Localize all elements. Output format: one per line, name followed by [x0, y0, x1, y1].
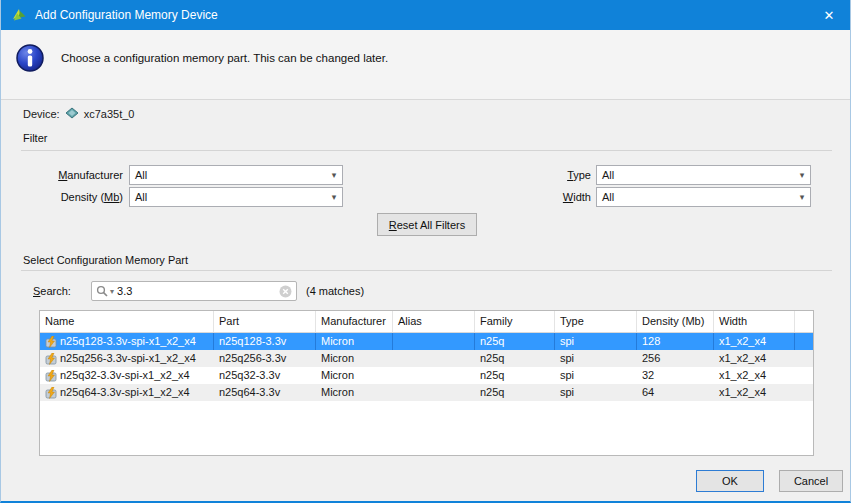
column-header-type[interactable]: Type [555, 311, 637, 332]
match-count: (4 matches) [306, 281, 406, 301]
table-header-row: Name Part Manufacturer Alias Family Type… [40, 311, 813, 333]
density-value: All [130, 188, 326, 206]
banner-message: Choose a configuration memory part. This… [61, 52, 388, 64]
device-label: Device: [23, 108, 60, 120]
memory-part-icon [45, 336, 57, 348]
column-header-part[interactable]: Part [214, 311, 316, 332]
column-header-width[interactable]: Width [714, 311, 795, 332]
manufacturer-select[interactable]: All ▾ [129, 165, 343, 185]
search-input[interactable] [117, 283, 279, 299]
type-select[interactable]: All ▾ [596, 165, 811, 185]
chevron-down-icon: ▾ [326, 192, 342, 202]
width-value: All [597, 188, 794, 206]
add-configuration-memory-device-dialog: Add Configuration Memory Device ✕ Choose… [0, 0, 851, 503]
table-row[interactable]: n25q128-3.3v-spi-x1_x2_x4 n25q128-3.3v M… [40, 333, 813, 350]
ok-button[interactable]: OK [696, 470, 764, 492]
memory-parts-table: Name Part Manufacturer Alias Family Type… [39, 310, 814, 456]
column-header-manufacturer[interactable]: Manufacturer [316, 311, 393, 332]
reset-all-filters-button[interactable]: Reset All Filters [377, 213, 477, 236]
width-select[interactable]: All ▾ [596, 187, 811, 207]
select-part-section-label: Select Configuration Memory Part [23, 254, 188, 266]
window-title: Add Configuration Memory Device [35, 8, 218, 22]
info-icon [15, 43, 45, 73]
vivado-logo-icon [11, 7, 27, 23]
memory-part-icon [45, 353, 57, 365]
manufacturer-value: All [130, 166, 326, 184]
search-label: Search: [33, 281, 83, 301]
table-row[interactable]: n25q32-3.3v-spi-x1_x2_x4 n25q32-3.3v Mic… [40, 367, 813, 384]
chevron-down-icon: ▾ [326, 170, 342, 180]
clear-search-icon[interactable] [279, 285, 292, 298]
width-label: Width [481, 187, 591, 207]
column-header-alias[interactable]: Alias [393, 311, 475, 332]
density-label: Density (Mb) [1, 187, 123, 207]
search-options-arrow-icon[interactable]: ▾ [110, 287, 114, 296]
filter-section-label: Filter [23, 132, 47, 144]
info-banner: Choose a configuration memory part. This… [1, 30, 850, 100]
density-select[interactable]: All ▾ [129, 187, 343, 207]
device-row: Device: xc7a35t_0 [23, 107, 134, 120]
device-value: xc7a35t_0 [84, 108, 135, 120]
filter-separator [21, 150, 832, 151]
chevron-down-icon: ▾ [794, 192, 810, 202]
titlebar[interactable]: Add Configuration Memory Device ✕ [1, 0, 850, 30]
search-icon[interactable] [92, 285, 110, 297]
close-button[interactable]: ✕ [808, 0, 850, 30]
search-box[interactable]: ▾ [91, 281, 297, 301]
chevron-down-icon: ▾ [794, 170, 810, 180]
device-chip-icon [65, 107, 79, 120]
memory-part-icon [45, 370, 57, 382]
select-part-separator [21, 270, 832, 271]
column-header-name[interactable]: Name [40, 311, 214, 332]
memory-part-icon [45, 387, 57, 399]
type-value: All [597, 166, 794, 184]
manufacturer-label: Manufacturer [1, 165, 123, 185]
column-header-family[interactable]: Family [475, 311, 555, 332]
table-row[interactable]: n25q64-3.3v-spi-x1_x2_x4 n25q64-3.3v Mic… [40, 384, 813, 401]
column-header-density[interactable]: Density (Mb) [637, 311, 714, 332]
cancel-button[interactable]: Cancel [779, 470, 843, 492]
type-label: Type [481, 165, 591, 185]
table-row[interactable]: n25q256-3.3v-spi-x1_x2_x4 n25q256-3.3v M… [40, 350, 813, 367]
